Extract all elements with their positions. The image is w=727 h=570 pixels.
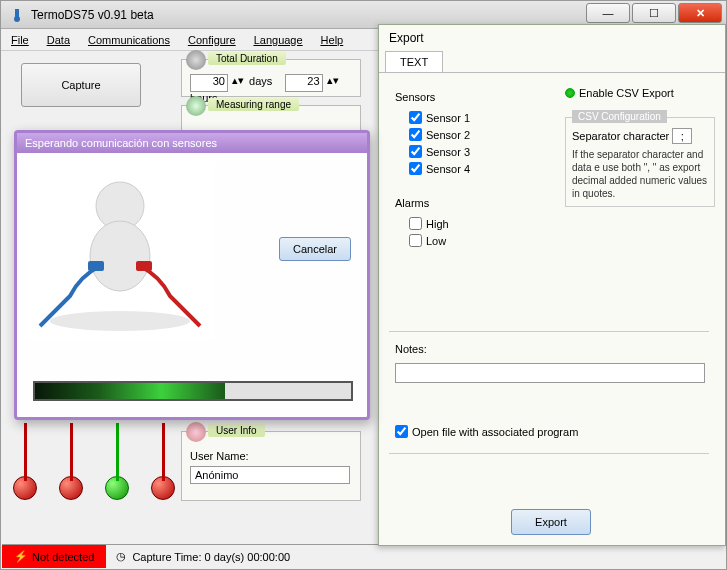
svg-point-4 [90, 221, 150, 291]
app-icon [9, 7, 25, 23]
user-icon [186, 422, 206, 442]
alarm-low-label: Low [426, 235, 446, 247]
sensor3-checkbox[interactable] [409, 145, 422, 158]
alarm-low-checkbox[interactable] [409, 234, 422, 247]
export-body: Sensors Sensor 1 Sensor 2 Sensor 3 Senso… [379, 73, 725, 269]
menu-language[interactable]: Language [254, 34, 303, 46]
dialog-title: Esperando comunicación con sensores [17, 133, 367, 153]
csv-help-text: If the separator character and data e us… [572, 148, 708, 200]
sensor1-label: Sensor 1 [426, 112, 470, 124]
alarm-high-label: High [426, 218, 449, 230]
capture-time-status: ◷ Capture Time: 0 day(s) 00:00:00 [106, 550, 300, 563]
sensor-indicators: T 1 T 2 T 3 T 4 [13, 411, 175, 500]
detection-status: ⚡ Not detected [2, 545, 106, 568]
stopwatch-icon: ◷ [116, 550, 126, 563]
total-duration-group: Total Duration 30▴▾ days 23▴▾ hours [181, 59, 361, 97]
hours-spinner[interactable]: 23 [285, 74, 323, 92]
days-unit: days [249, 75, 272, 87]
waiting-image [25, 161, 215, 341]
clock-icon [186, 50, 206, 70]
csv-config-label: CSV Configuration [572, 110, 667, 123]
user-name-label: User Name: [190, 450, 352, 462]
sensor2-checkbox[interactable] [409, 128, 422, 141]
menu-file[interactable]: File [11, 34, 29, 46]
export-panel: Export TEXT Sensors Sensor 1 Sensor 2 Se… [378, 24, 726, 546]
progress-fill [35, 383, 225, 399]
open-file-checkbox[interactable] [395, 425, 408, 438]
progress-bar [33, 381, 353, 401]
alarm-high-checkbox[interactable] [409, 217, 422, 230]
waiting-dialog: Esperando comunicación con sensores Canc… [14, 130, 370, 420]
days-spinner[interactable]: 30 [190, 74, 228, 92]
open-file-label: Open file with associated program [412, 426, 578, 438]
capture-button[interactable]: Capture [21, 63, 141, 107]
minimize-button[interactable]: — [586, 3, 630, 23]
sensor4-label: Sensor 4 [426, 163, 470, 175]
divider [389, 453, 709, 454]
export-tabs: TEXT [379, 51, 725, 73]
svg-point-1 [14, 16, 20, 22]
divider [389, 331, 709, 332]
svg-rect-6 [136, 261, 152, 271]
enable-csv-radio[interactable]: Enable CSV Export [565, 87, 674, 99]
close-button[interactable]: ✕ [678, 3, 722, 23]
export-title: Export [379, 25, 725, 51]
csv-config-group: CSV Configuration Separator character If… [565, 117, 715, 207]
sensor3-label: Sensor 3 [426, 146, 470, 158]
hours-spin-buttons[interactable]: ▴▾ [327, 74, 341, 92]
separator-label: Separator character [572, 130, 669, 142]
range-label: Measuring range [208, 98, 299, 111]
cancel-button[interactable]: Cancelar [279, 237, 351, 261]
capture-time-text: Capture Time: 0 day(s) 00:00:00 [132, 551, 290, 563]
menu-communications[interactable]: Communications [88, 34, 170, 46]
sensor2-label: Sensor 2 [426, 129, 470, 141]
separator-input[interactable] [672, 128, 692, 144]
svg-rect-5 [88, 261, 104, 271]
export-button[interactable]: Export [511, 509, 591, 535]
user-info-label: User Info [208, 424, 265, 437]
notes-label: Notes: [395, 343, 705, 355]
maximize-button[interactable]: ☐ [632, 3, 676, 23]
days-spin-buttons[interactable]: ▴▾ [232, 74, 246, 92]
user-info-group: User Info User Name: [181, 431, 361, 501]
status-detect-text: Not detected [32, 551, 94, 563]
menu-data[interactable]: Data [47, 34, 70, 46]
menu-configure[interactable]: Configure [188, 34, 236, 46]
radio-dot-icon [565, 88, 575, 98]
menu-help[interactable]: Help [321, 34, 344, 46]
duration-label: Total Duration [208, 52, 286, 65]
user-name-input[interactable] [190, 466, 350, 484]
notes-input[interactable] [395, 363, 705, 383]
svg-point-2 [50, 311, 190, 331]
enable-csv-label: Enable CSV Export [579, 87, 674, 99]
plug-icon: ⚡ [14, 550, 28, 563]
tab-text[interactable]: TEXT [385, 51, 443, 72]
window-title: TermoDS75 v0.91 beta [31, 8, 154, 22]
clock-icon [186, 96, 206, 116]
sensor4-checkbox[interactable] [409, 162, 422, 175]
status-bar: ⚡ Not detected ◷ Capture Time: 0 day(s) … [2, 544, 725, 568]
sensor1-checkbox[interactable] [409, 111, 422, 124]
